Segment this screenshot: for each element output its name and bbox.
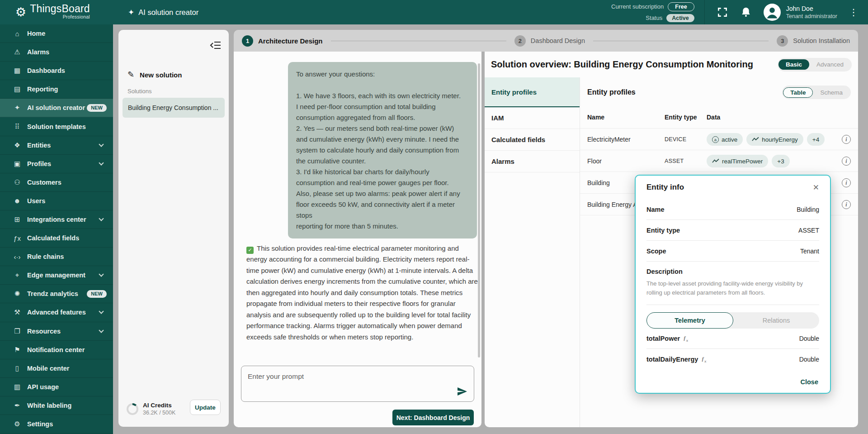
timeseries-icon	[752, 137, 759, 142]
sidebar-item-customers[interactable]: ⚇ Customers	[0, 173, 113, 192]
header-right: Current subscription Free Status Active …	[611, 0, 868, 24]
telemetry-type: Double	[799, 335, 819, 342]
more-menu-icon[interactable]: ⋮	[849, 7, 858, 18]
sidebar-item-settings[interactable]: ⚙ Settings	[0, 415, 113, 434]
sidebar-item-rule-chains[interactable]: ‹·› Rule chains	[0, 248, 113, 266]
thingsboard-logo-icon: ⚙	[15, 6, 26, 19]
cell-entity-type: DEVICE	[665, 136, 686, 143]
sidebar-nav: ⌂ Home ⚠ Alarms ▦ Dashboards ▤ Reporting…	[0, 24, 113, 434]
edit-pencil-icon: ✎	[127, 70, 134, 80]
chevron-down-icon	[99, 309, 104, 314]
toggle-option-advanced[interactable]: Advanced	[809, 59, 851, 70]
table-column-headers: Name Entity type Data	[580, 107, 858, 129]
sidebar-item-trendz-analytics[interactable]: ✺ Trendz analytics NEW	[0, 285, 113, 303]
sidebar-item-edge-management[interactable]: ⌖ Edge management	[0, 266, 113, 285]
chevron-down-icon	[99, 272, 104, 277]
info-icon[interactable]: i	[842, 135, 851, 144]
logo[interactable]: ⚙ ThingsBoard Professional	[0, 4, 113, 21]
more-count-chip[interactable]: +3	[772, 155, 789, 167]
data-key-chip[interactable]: hourlyEnergy	[746, 133, 803, 146]
sidebar-item-ai-solution-creator[interactable]: ✦ AI solution creator NEW	[0, 99, 113, 117]
collapse-sidebar-icon[interactable]	[210, 41, 222, 51]
data-key-chip[interactable]: aactive	[707, 133, 743, 146]
popup-field-name: Name Building	[646, 199, 819, 220]
column-header-data: Data	[707, 114, 720, 121]
sidebar-item-integrations-center[interactable]: ⊞ Integrations center	[0, 210, 113, 229]
sidebar-item-alarms[interactable]: ⚠ Alarms	[0, 43, 113, 62]
update-credits-button[interactable]: Update	[190, 400, 221, 415]
home-icon: ⌂	[12, 30, 23, 38]
function-icon: ƒx	[701, 355, 706, 363]
sidebar-item-home[interactable]: ⌂ Home	[0, 24, 113, 43]
tab-alarms[interactable]: Alarms	[485, 151, 580, 172]
sidebar-item-advanced-features[interactable]: ⚒ Advanced features	[0, 303, 113, 322]
step-dashboard-design[interactable]: 2 Dashboard Design	[514, 35, 585, 47]
info-icon[interactable]: i	[842, 200, 851, 209]
table-schema-toggle: TableSchema	[782, 86, 851, 99]
sidebar-item-users[interactable]: ☻ Users	[0, 192, 113, 210]
sidebar-item-calculated-fields[interactable]: ƒx Calculated fields	[0, 229, 113, 248]
sidebar-item-notification-center[interactable]: ⚑ Notification center	[0, 341, 113, 359]
status-label: Status	[646, 14, 662, 21]
new-solution-button[interactable]: ✎ New solution	[127, 70, 182, 80]
chevron-down-icon	[99, 328, 104, 333]
sidebar-item-mobile-center[interactable]: ▯ Mobile center	[0, 359, 113, 378]
table-row-electricitymeter[interactable]: ElectricityMeter DEVICE aactivehourlyEne…	[580, 129, 858, 150]
telemetry-type: Double	[799, 356, 819, 363]
field-value: ASSET	[798, 227, 819, 234]
tab-calculated-fields[interactable]: Calculated fields	[485, 129, 580, 151]
tab-entity-profiles[interactable]: Entity profiles	[485, 77, 580, 107]
toggle-option-telemetry[interactable]: Telemetry	[646, 312, 733, 329]
sidebar-item-white-labeling[interactable]: ✒ White labeling	[0, 396, 113, 415]
more-count-chip[interactable]: +4	[807, 133, 825, 146]
chat-scrollbar[interactable]	[478, 63, 480, 358]
sidebar-item-solution-templates[interactable]: ⠿ Solution templates	[0, 117, 113, 136]
user-message-bubble: To answer your questions: 1. We have 3 f…	[288, 62, 477, 238]
prompt-input[interactable]	[241, 366, 474, 401]
sidebar-item-api-usage[interactable]: ▥ API usage	[0, 378, 113, 396]
avatar[interactable]	[764, 4, 781, 21]
data-key-chip[interactable]: realTimePower	[707, 155, 768, 167]
sidebar-item-resources[interactable]: ❐ Resources	[0, 322, 113, 341]
fullscreen-icon[interactable]	[717, 6, 728, 18]
new-badge: NEW	[87, 104, 107, 112]
toggle-option-basic[interactable]: Basic	[778, 59, 809, 70]
sidebar-item-entities[interactable]: ❖ Entities	[0, 136, 113, 155]
step-connector	[593, 41, 769, 41]
next-step-button[interactable]: Next: Dashboard Design	[392, 410, 474, 425]
rule-icon: ‹·›	[12, 253, 23, 261]
credits-title: AI Credits	[143, 402, 175, 409]
logo-subtitle: Professional	[30, 14, 90, 19]
tab-iam[interactable]: IAM	[485, 107, 580, 129]
toggle-option-relations[interactable]: Relations	[733, 312, 819, 329]
chevron-down-icon	[99, 216, 104, 221]
toggle-option-table[interactable]: Table	[783, 87, 813, 98]
solution-list-item[interactable]: Building Energy Consumption ...	[123, 98, 225, 118]
user-role: Tenant administrator	[786, 13, 837, 19]
prompt-input-container	[241, 366, 474, 402]
info-icon[interactable]: i	[842, 178, 851, 187]
popup-close-button[interactable]: Close	[801, 378, 819, 386]
close-icon[interactable]: ✕	[813, 183, 819, 192]
status-active-badge: Active	[666, 14, 694, 22]
step-solution-installation[interactable]: 3 Solution Installation	[777, 35, 850, 47]
toggle-option-schema[interactable]: Schema	[813, 87, 850, 98]
send-icon[interactable]	[457, 386, 467, 397]
subscription-free-badge[interactable]: Free	[668, 2, 694, 11]
notifications-bell-icon[interactable]	[740, 6, 752, 18]
sidebar-item-profiles[interactable]: ▣ Profiles	[0, 155, 113, 173]
sidebar-item-reporting[interactable]: ▤ Reporting	[0, 80, 113, 99]
paint-icon: ✒	[12, 401, 23, 410]
telemetry-row-totalpower: totalPowerƒx Double	[646, 329, 819, 349]
info-icon[interactable]: i	[842, 157, 851, 166]
user-block[interactable]: John Doe Tenant administrator	[786, 5, 837, 19]
sidebar-item-dashboards[interactable]: ▦ Dashboards	[0, 62, 113, 80]
table-row-floor[interactable]: Floor ASSET realTimePower+3 i	[580, 150, 858, 172]
timeseries-icon	[712, 158, 719, 164]
telemetry-row-totaldailyenergy: totalDailyEnergyƒx Double	[646, 349, 819, 369]
fx-icon: ƒx	[12, 234, 23, 242]
page-title: ✦ AI solution creator	[128, 8, 198, 17]
basic-advanced-toggle: BasicAdvanced	[778, 58, 852, 72]
table-section-title: Entity profiles	[587, 88, 636, 96]
step-architecture-design[interactable]: 1 Architecture Design	[242, 35, 323, 47]
